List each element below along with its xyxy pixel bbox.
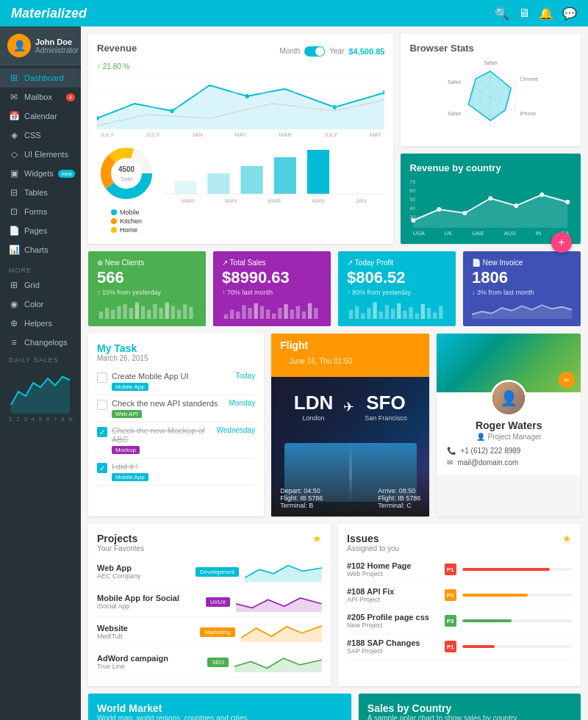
daily-sales-label: DAILY SALES xyxy=(0,352,81,365)
sidebar-profile-role: Administrator xyxy=(35,46,79,54)
issues-star[interactable]: ★ xyxy=(562,533,572,544)
svg-text:30: 30 xyxy=(410,215,416,220)
pages-icon: 📄 xyxy=(9,226,19,236)
sidebar-item-dashboard[interactable]: ⊞ Dashboard xyxy=(0,68,81,87)
task-checkbox-2[interactable]: ✓ xyxy=(97,427,107,437)
svg-text:iPhone: iPhone xyxy=(520,111,537,116)
svg-text:4500: 4500 xyxy=(118,165,135,173)
svg-rect-90 xyxy=(385,305,389,319)
depart-label: Depart: 04:50 xyxy=(280,487,323,494)
profile-avatar: 👤 xyxy=(490,380,527,417)
svg-rect-85 xyxy=(355,306,359,320)
issue-bar-1 xyxy=(462,594,572,597)
profile-info: John Doe Administrator xyxy=(35,37,79,54)
stat-chart-new-invoice xyxy=(472,300,572,319)
email-icon: ✉ xyxy=(447,458,453,467)
sidebar-item-css[interactable]: ◈ CSS xyxy=(0,126,81,145)
svg-rect-89 xyxy=(379,312,383,319)
sidebar-item-changelogs[interactable]: ≡ Changelogs xyxy=(0,333,81,352)
sidebar-item-pages[interactable]: 📄 Pages xyxy=(0,221,81,240)
task-list: Create Mobile App UI Mobile App Today Ch… xyxy=(97,368,255,486)
stat-cards-row: ⊕ New Clients 566 ↑ 15% from yesterday xyxy=(88,251,581,326)
svg-rect-94 xyxy=(409,307,412,319)
projects-title: Projects xyxy=(97,533,144,544)
task-item-3: ✓ I did it ! Mobile App xyxy=(97,458,255,486)
issue-bar-2 xyxy=(462,619,572,622)
revenue-x-labels: JULY JULY JAN MAY MAR JULY MAY xyxy=(97,132,384,138)
top-row: Revenue Month Year $4,500.85 ↑ 21.80 % xyxy=(88,34,581,244)
country-x-labels: USA UK UAE AUS IN SA xyxy=(409,230,572,237)
search-icon[interactable]: 🔍 xyxy=(495,7,509,21)
stat-label-today-profit: ↗ Today Profit xyxy=(347,259,447,267)
svg-rect-75 xyxy=(266,310,270,320)
svg-rect-78 xyxy=(284,304,287,319)
task-checkbox-1[interactable] xyxy=(97,400,107,410)
svg-rect-52 xyxy=(99,312,103,319)
flight-to-city: San Francisco xyxy=(365,414,407,422)
flight-details: Depart: 04:50 Flight: IB 5786 Terminal: … xyxy=(280,487,420,509)
issue-project-1: API Project xyxy=(347,596,439,603)
svg-rect-83 xyxy=(314,308,318,319)
legend-home-dot xyxy=(111,227,117,233)
svg-rect-57 xyxy=(129,308,133,319)
flight-card: Flight June 16, Thu 01:50 xyxy=(271,334,429,516)
daily-sales-chart: 123456789 xyxy=(0,365,81,417)
legend-home: Home xyxy=(120,226,137,234)
sidebar-main-nav: ⊞ Dashboard ✉ Mailbox 4 📅 Calendar ◈ CSS… xyxy=(0,65,81,262)
svg-rect-88 xyxy=(373,303,376,320)
flight-body: LDN London ✈ SFO San Francisco Depar xyxy=(271,377,429,516)
task-tag-0: Mobile App xyxy=(112,383,148,391)
sidebar: 👤 John Doe Administrator ⊞ Dashboard ✉ M… xyxy=(0,26,81,720)
sidebar-item-mailbox[interactable]: ✉ Mailbox 4 xyxy=(0,87,81,107)
bell-icon[interactable]: 🔔 xyxy=(539,7,553,21)
sidebar-item-ui-elements[interactable]: ◇ UI Elements xyxy=(0,145,81,164)
task-day-1: Monday xyxy=(229,399,256,407)
svg-rect-68 xyxy=(224,314,228,319)
issues-card: Issues Assigned to you ★ #102 Home Page … xyxy=(338,524,581,686)
flight-cities: LDN London ✈ SFO San Francisco xyxy=(280,392,420,422)
helpers-icon: ⊕ xyxy=(9,318,19,328)
main-content: Revenue Month Year $4,500.85 ↑ 21.80 % xyxy=(81,26,588,720)
forms-icon: ⊡ xyxy=(9,206,19,217)
svg-text:Chrome: Chrome xyxy=(520,76,539,82)
svg-rect-62 xyxy=(159,308,162,319)
stat-trend-new-clients: ↑ 15% from yesterday xyxy=(97,289,197,296)
sidebar-item-forms[interactable]: ⊡ Forms xyxy=(0,202,81,221)
fab-button[interactable]: + xyxy=(551,232,572,253)
revenue-toggle[interactable] xyxy=(304,46,325,57)
svg-rect-79 xyxy=(290,310,293,320)
sidebar-item-tables[interactable]: ⊟ Tables xyxy=(0,183,81,202)
svg-rect-20 xyxy=(274,157,296,194)
nav-icons: 🔍 🖥 🔔 💬 xyxy=(495,7,577,21)
svg-rect-80 xyxy=(296,306,300,320)
svg-rect-72 xyxy=(248,308,251,319)
projects-list: Web App AEC Company Development xyxy=(97,557,322,677)
svg-text:Safari: Safari xyxy=(484,60,498,65)
sidebar-item-helpers[interactable]: ⊕ Helpers xyxy=(0,314,81,333)
sidebar-item-charts[interactable]: 📊 Charts xyxy=(0,240,81,259)
task-tag-2: Mockup xyxy=(112,446,140,454)
task-checkbox-3[interactable]: ✓ xyxy=(97,463,107,473)
proj-chart-2 xyxy=(241,622,322,642)
right-col: Browser Stats xyxy=(401,34,581,244)
issues-header: Issues Assigned to you ★ xyxy=(347,533,572,552)
issue-priority-3: P1 xyxy=(445,641,456,652)
flight-info: LDN London ✈ SFO San Francisco Depar xyxy=(271,377,429,516)
chat-icon[interactable]: 💬 xyxy=(562,7,577,21)
svg-point-42 xyxy=(463,211,467,215)
svg-rect-86 xyxy=(361,314,365,320)
profile-edit-button[interactable]: ✏ xyxy=(559,372,575,388)
svg-rect-81 xyxy=(302,312,306,319)
svg-rect-60 xyxy=(147,310,151,320)
projects-star[interactable]: ★ xyxy=(312,533,322,544)
sidebar-item-calendar[interactable]: 📅 Calendar xyxy=(0,107,81,126)
sidebar-item-color[interactable]: ◉ Color xyxy=(0,295,81,314)
revenue-country-title: Revenue by country xyxy=(409,162,572,173)
task-checkbox-0[interactable] xyxy=(97,372,107,383)
stat-chart-today-profit xyxy=(347,300,447,319)
screen-icon[interactable]: 🖥 xyxy=(518,7,530,21)
sidebar-item-grid[interactable]: ⊞ Grid xyxy=(0,276,81,295)
stat-value-new-clients: 566 xyxy=(97,268,197,287)
sidebar-item-widgets[interactable]: ▣ Widgets new xyxy=(0,164,81,183)
svg-rect-67 xyxy=(189,307,193,319)
